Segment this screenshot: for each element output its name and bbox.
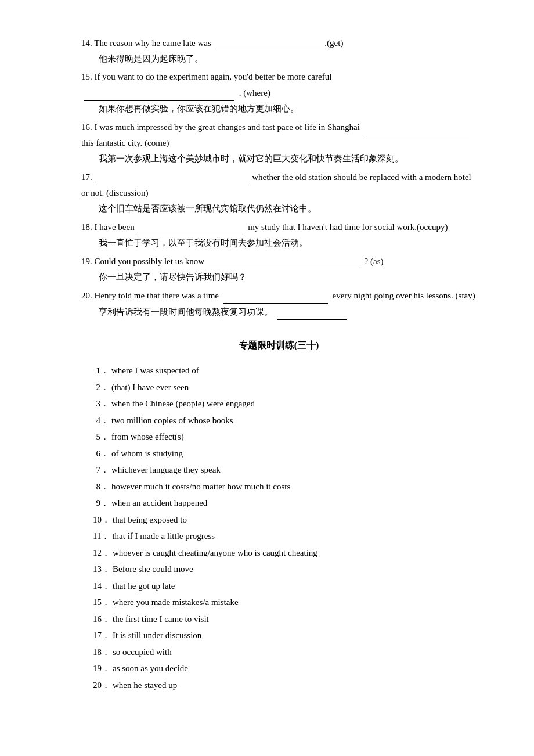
exercise-16-cn: 我第一次参观上海这个美妙城市时，就对它的巨大变化和快节奏生活印象深刻。 — [99, 151, 476, 167]
blank-14 — [216, 35, 320, 51]
exercise-16-en: 16. I was much impressed by the great ch… — [81, 119, 476, 151]
answer-text: the first time I came to visit — [113, 614, 209, 624]
exercise-17-cn: 这个旧车站是否应该被一所现代宾馆取代仍然在讨论中。 — [99, 201, 476, 217]
exercise-20-en: 20. Henry told me that there was a time … — [81, 287, 476, 304]
answer-item-13: 13．Before she could move — [81, 561, 476, 578]
answer-item-17: 17．It is still under discussion — [81, 627, 476, 644]
answer-text: that being exposed to — [113, 515, 187, 524]
answer-text: where I was suspected of — [111, 366, 199, 375]
answer-item-2: 2．(that) I have ever seen — [81, 379, 476, 396]
answer-item-4: 4．two million copies of whose books — [81, 412, 476, 429]
answer-num: 10． — [93, 512, 110, 528]
answer-item-8: 8．however much it costs/no matter how mu… — [81, 478, 476, 495]
answer-text: when an accident happened — [111, 498, 207, 507]
answer-text: that he got up late — [113, 581, 175, 591]
answer-num: 1． — [93, 362, 109, 379]
answer-text: It is still under discussion — [113, 631, 201, 640]
answer-num: 13． — [93, 561, 110, 578]
exercise-15-en: 15. If you want to do the experiment aga… — [81, 69, 476, 101]
blank-19 — [209, 253, 360, 269]
answer-num: 16． — [93, 611, 110, 628]
answer-num: 17． — [93, 627, 110, 644]
answer-item-10: 10．that being exposed to — [81, 512, 476, 528]
answer-num: 2． — [93, 379, 109, 396]
answer-item-3: 3．when the Chinese (people) were engaged — [81, 395, 476, 412]
exercise-19-en: 19. Could you possibly let us know ? (as… — [81, 253, 476, 269]
answer-num: 11． — [93, 528, 110, 545]
blank-17 — [97, 169, 248, 185]
answer-num: 18． — [93, 644, 110, 661]
answer-item-12: 12．whoever is caught cheating/anyone who… — [81, 545, 476, 561]
answer-num: 5． — [93, 429, 109, 445]
answer-text: from whose effect(s) — [111, 432, 184, 441]
answer-num: 9． — [93, 495, 109, 512]
section-title: 专题限时训练(三十) — [81, 337, 476, 353]
blank-15 — [84, 85, 234, 101]
answer-text: as soon as you decide — [113, 664, 188, 673]
answer-item-16: 16．the first time I came to visit — [81, 611, 476, 628]
blank-20 — [223, 287, 328, 304]
answer-text: that if I made a little progress — [112, 531, 215, 541]
answer-item-9: 9．when an accident happened — [81, 495, 476, 512]
answer-text: (that) I have ever seen — [111, 383, 189, 392]
answer-text: two million copies of whose books — [111, 416, 233, 425]
answer-text: whichever language they speak — [111, 465, 221, 474]
answer-item-19: 19．as soon as you decide — [81, 660, 476, 677]
exercise-14-cn: 他来得晚是因为起床晚了。 — [99, 51, 476, 67]
answer-text: Before she could move — [113, 564, 193, 574]
exercise-18-en: 18. I have been my study that I haven't … — [81, 219, 476, 235]
exercise-19: 19. Could you possibly let us know ? (as… — [81, 253, 476, 285]
blank-18 — [139, 219, 243, 235]
answer-item-14: 14．that he got up late — [81, 578, 476, 595]
exercise-15-cn: 如果你想再做实验，你应该在犯错的地方更加细心。 — [99, 101, 476, 117]
answer-num: 8． — [93, 478, 109, 495]
answer-item-6: 6．of whom is studying — [81, 445, 476, 462]
answer-num: 19． — [93, 660, 110, 677]
exercise-14: 14. The reason why he came late was .(ge… — [81, 35, 476, 67]
answer-text: however much it costs/no matter how much… — [111, 482, 290, 491]
answer-item-5: 5．from whose effect(s) — [81, 429, 476, 445]
answer-num: 3． — [93, 395, 109, 412]
trailing-blank-20 — [277, 304, 347, 320]
exercise-18-cn: 我一直忙于学习，以至于我没有时间去参加社会活动。 — [99, 235, 476, 251]
answer-num: 15． — [93, 594, 110, 611]
answer-text: where you made mistakes/a mistake — [113, 597, 239, 607]
exercise-16: 16. I was much impressed by the great ch… — [81, 119, 476, 167]
exercise-19-cn: 你一旦决定了，请尽快告诉我们好吗？ — [99, 269, 476, 285]
answer-text: of whom is studying — [111, 449, 183, 458]
answer-text: when the Chinese (people) were engaged — [111, 399, 255, 408]
answer-num: 7． — [93, 462, 109, 478]
answer-item-20: 20．when he stayed up — [81, 677, 476, 694]
answer-num: 4． — [93, 412, 109, 429]
answer-item-7: 7．whichever language they speak — [81, 462, 476, 478]
exercise-17-en: 17. whether the old station should be re… — [81, 169, 476, 201]
answer-item-1: 1．where I was suspected of — [81, 362, 476, 379]
answer-num: 20． — [93, 677, 110, 694]
answer-text: when he stayed up — [113, 681, 177, 690]
answer-list: 1．where I was suspected of2．(that) I hav… — [81, 362, 476, 693]
answer-num: 14． — [93, 578, 110, 595]
blank-16 — [365, 119, 469, 135]
exercise-20-cn: 亨利告诉我有一段时间他每晚熬夜复习功课。 — [99, 304, 476, 320]
exercise-17: 17. whether the old station should be re… — [81, 169, 476, 217]
answer-num: 12． — [93, 545, 110, 561]
answer-num: 6． — [93, 445, 109, 462]
answer-item-15: 15．where you made mistakes/a mistake — [81, 594, 476, 611]
exercise-20: 20. Henry told me that there was a time … — [81, 287, 476, 320]
exercise-15: 15. If you want to do the experiment aga… — [81, 69, 476, 117]
answer-item-11: 11．that if I made a little progress — [81, 528, 476, 545]
exercise-14-en: 14. The reason why he came late was .(ge… — [81, 35, 476, 51]
answer-text: whoever is caught cheating/anyone who is… — [113, 548, 317, 557]
answer-text: so occupied with — [113, 647, 172, 657]
exercises-section: 14. The reason why he came late was .(ge… — [81, 35, 476, 320]
answer-item-18: 18．so occupied with — [81, 644, 476, 661]
exercise-18: 18. I have been my study that I haven't … — [81, 219, 476, 251]
